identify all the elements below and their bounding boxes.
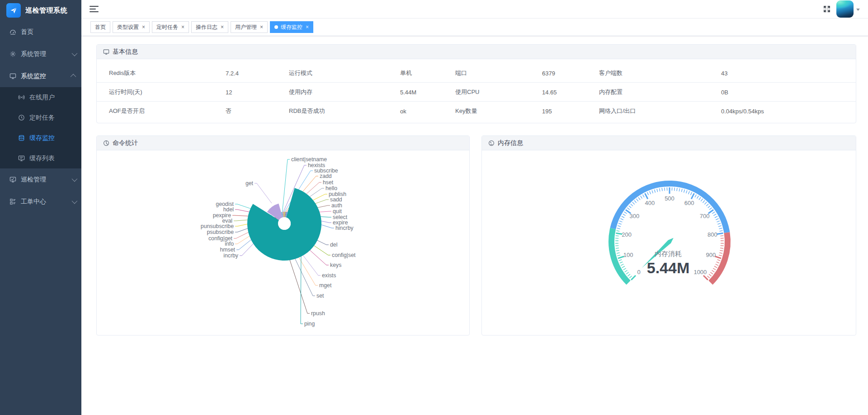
gauge-minor-tick [720,250,723,251]
gauge-axis-label-700: 700 [700,213,710,219]
user-menu[interactable] [836,0,860,18]
command-stats-pie-chart: client|setnamehexistssubscribezaddhsethe… [97,150,469,336]
gauge-minor-tick [629,206,631,208]
gauge-minor-tick [686,190,687,193]
info-value: 12 [226,89,232,95]
sidebar-subitem-label: 在线用户 [29,93,55,102]
info-value: 0.04kps/0.54kps [721,108,764,115]
hamburger-icon[interactable] [90,6,99,13]
pie-center-hole [278,217,291,230]
sidebar: 巡检管理系统 首页系统管理系统监控在线用户定时任务缓存监控缓存列表巡检管理工单中… [0,0,81,415]
pie-label-auth: auth [331,202,342,209]
sidebar-subitem-label: 定时任务 [29,114,55,122]
tab-label: 定时任务 [156,23,178,31]
gauge-minor-tick [677,188,677,191]
tab-1[interactable]: 类型设置× [113,21,150,33]
cache-list-icon [18,155,25,162]
tab-close-icon[interactable]: × [221,24,224,30]
gauge-minor-tick [657,189,658,192]
card-title: 基本信息 [113,48,138,56]
gauge-series-name: 内存消耗 [655,250,682,257]
gauge-minor-tick [617,228,620,229]
pie-label-mget: mget [319,282,332,289]
tab-label: 首页 [95,23,106,31]
info-label: 使用CPU [455,88,479,96]
tab-2[interactable]: 定时任务× [152,21,189,33]
gauge-minor-tick [619,260,622,261]
gauge-minor-tick [619,221,622,222]
sidebar-item-2[interactable]: 系统监控 [0,65,81,87]
memory-info-card: 内存信息 01002003004005006007008009001000内存消… [481,135,856,336]
gauge-minor-tick [691,192,692,195]
sidebar-subitem-2[interactable]: 缓存监控 [0,128,81,148]
gauge-minor-tick [718,226,722,227]
table-row-0: Redis版本7.2.4运行模式单机端口6379客户端数43 [97,64,856,83]
gauge-minor-tick [713,268,716,270]
gauge-minor-tick [628,274,630,276]
pie-label-line-client|setname [283,159,290,212]
gauge-minor-tick [720,231,723,231]
inspection-icon [9,176,16,183]
pie-label-keys: keys [330,262,341,268]
gauge-minor-tick [625,270,627,272]
gauge-major-tick [691,193,694,199]
sidebar-subitem-3[interactable]: 缓存列表 [0,148,81,168]
tab-close-icon[interactable]: × [306,24,309,30]
tab-label: 缓存监控 [281,23,302,31]
sidebar-subitem-0[interactable]: 在线用户 [0,87,81,107]
pie-label-hset: hset [323,179,334,186]
pie-label-exists: exists [322,272,336,279]
gauge-minor-tick [720,236,723,236]
gauge-minor-tick [704,202,707,205]
sidebar-subitem-1[interactable]: 定时任务 [0,107,81,128]
tab-5[interactable]: 缓存监控× [270,21,313,33]
tab-4[interactable]: 用户管理× [231,21,268,33]
gauge-axis-label-500: 500 [665,195,675,202]
info-label: 网络入口/出口 [599,107,636,115]
info-label: 端口 [455,69,467,77]
gauge-minor-tick [712,212,715,214]
user-avatar[interactable] [836,0,854,18]
gauge-minor-tick [721,246,724,246]
pie-label-config|set: config|set [332,252,356,258]
info-label: Redis版本 [109,69,136,77]
sidebar-item-0[interactable]: 首页 [0,21,81,43]
pie-label-zadd: zadd [320,173,332,179]
gauge-minor-tick [697,196,699,199]
tags-view-bar: 首页类型设置×定时任务×操作日志×用户管理×缓存监控× [81,19,868,36]
sidebar-item-label: 首页 [21,28,76,36]
fullscreen-icon[interactable] [823,5,831,13]
pie-label-sadd: sadd [330,196,342,203]
info-label: RDB是否成功 [289,107,325,115]
tab-close-icon[interactable]: × [260,24,263,30]
gauge-minor-tick [616,231,619,231]
tab-label: 操作日志 [196,23,217,31]
gauge-minor-tick [660,188,660,191]
basic-info-card-header: 基本信息 [97,45,856,59]
gauge-minor-tick [632,202,635,205]
sidebar-item-1[interactable]: 系统管理 [0,43,81,65]
info-value: 195 [542,108,552,115]
gauge-minor-tick [618,226,621,227]
gauge-minor-tick [715,264,718,266]
tab-close-icon[interactable]: × [181,24,184,30]
info-label: 运行时间(天) [109,88,142,96]
gauge-minor-tick [717,223,721,224]
gauge-minor-tick [717,260,721,261]
basic-info-card: 基本信息 Redis版本7.2.4运行模式单机端口6379客户端数43运行时间(… [96,44,856,123]
sidebar-item-3[interactable]: 巡检管理 [0,168,81,191]
info-value: 7.2.4 [226,70,239,76]
gauge-minor-tick [708,276,710,278]
gauge-minor-tick [621,264,623,266]
app-logo[interactable]: 巡检管理系统 [0,0,81,21]
tab-0[interactable]: 首页 [90,21,110,33]
gauge-axis-label-200: 200 [622,231,632,238]
tab-3[interactable]: 操作日志× [191,21,228,33]
tab-close-icon[interactable]: × [142,24,145,30]
gauge-minor-tick [709,208,712,210]
command-stats-card: 命令统计 client|setnamehexistssubscribezaddh… [96,135,470,336]
gauge-minor-tick [719,255,722,256]
info-value: ok [400,108,406,115]
sidebar-item-4[interactable]: 工单中心 [0,191,81,213]
gauge-minor-tick [713,214,716,216]
